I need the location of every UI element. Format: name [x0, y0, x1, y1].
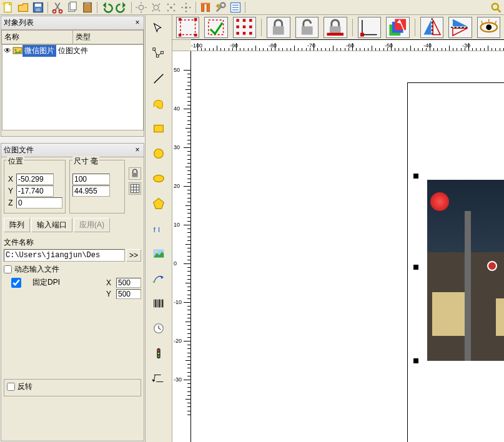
svg-point-14 — [139, 5, 144, 10]
svg-rect-100 — [302, 26, 313, 34]
curve-tool-icon[interactable] — [147, 92, 170, 115]
svg-point-45 — [14, 49, 16, 51]
node-tool-icon[interactable] — [147, 42, 170, 65]
svg-rect-105 — [360, 32, 364, 36]
port-button[interactable]: 输入端口 — [31, 218, 72, 232]
redo-icon[interactable] — [115, 1, 129, 14]
save-icon[interactable] — [31, 1, 45, 14]
svg-marker-113 — [453, 19, 468, 26]
eye-icon[interactable]: 👁 — [2, 46, 12, 55]
svg-rect-85 — [179, 18, 181, 21]
col-header-name[interactable]: 名称 — [2, 31, 73, 44]
eye-tool-icon[interactable] — [477, 17, 500, 38]
svg-rect-98 — [249, 32, 252, 34]
new-icon[interactable] — [1, 1, 15, 14]
svg-point-7 — [59, 9, 62, 12]
invert-checkbox[interactable] — [7, 383, 15, 391]
zoom-icon[interactable] — [489, 1, 503, 14]
mirror-v-icon[interactable] — [448, 17, 472, 38]
workspace[interactable] — [191, 51, 504, 442]
browse-button[interactable]: >> — [126, 249, 141, 262]
rect-tool-icon[interactable] — [147, 117, 170, 140]
copy-icon[interactable] — [66, 1, 79, 14]
signal-tool-icon[interactable] — [147, 342, 170, 365]
selection-handle[interactable] — [413, 265, 418, 270]
vector-tool-icon[interactable] — [147, 267, 170, 290]
array-button[interactable]: 阵列 — [4, 218, 30, 232]
ellipse-tool-icon[interactable] — [147, 167, 170, 190]
dynamic-input-label: 动态输入文件 — [14, 264, 59, 275]
svg-marker-12 — [103, 2, 106, 8]
selection1-icon[interactable] — [176, 17, 199, 38]
dpi-y-field[interactable] — [116, 289, 141, 299]
svg-rect-36 — [201, 2, 210, 4]
select-tool-icon[interactable] — [147, 17, 170, 40]
skew-tool-icon[interactable] — [147, 367, 170, 390]
svg-line-55 — [154, 74, 164, 84]
svg-point-2 — [2, 2, 6, 5]
svg-rect-47 — [131, 184, 139, 193]
bitmap-panel: 位图文件 × 位置 X Y Z 尺寸 毫 — [1, 143, 144, 441]
svg-marker-111 — [433, 20, 440, 35]
lock-open-icon[interactable] — [295, 17, 319, 38]
grid-icon[interactable] — [129, 182, 141, 195]
mirror-h-icon[interactable] — [420, 17, 443, 38]
list-icon[interactable] — [229, 1, 242, 14]
svg-line-43 — [498, 9, 501, 12]
paste-icon[interactable] — [81, 1, 94, 14]
dpi-x-field[interactable] — [116, 278, 141, 288]
cut-icon[interactable] — [51, 1, 64, 14]
svg-rect-46 — [132, 173, 138, 177]
clock-tool-icon[interactable] — [147, 317, 170, 340]
table-row[interactable]: 👁 微信图片 位图文件 — [2, 45, 143, 56]
close-icon[interactable]: × — [134, 147, 141, 154]
svg-point-37 — [220, 2, 225, 7]
circle-tool-icon[interactable] — [147, 142, 170, 165]
apply-button[interactable]: 应用(A) — [74, 218, 110, 232]
dynamic-input-checkbox[interactable] — [4, 265, 12, 273]
fixed-dpi-checkbox[interactable] — [4, 278, 29, 288]
svg-rect-108 — [395, 19, 406, 30]
tools-icon[interactable] — [214, 1, 227, 14]
selection2-icon[interactable] — [204, 17, 227, 38]
size-w-field[interactable] — [72, 174, 110, 185]
line-tool-icon[interactable] — [147, 67, 170, 90]
pos-z-field[interactable] — [16, 197, 62, 209]
svg-point-79 — [158, 355, 160, 357]
svg-rect-11 — [85, 2, 90, 4]
origin-icon[interactable] — [358, 17, 381, 38]
lock-icon[interactable] — [129, 167, 141, 180]
pos-legend: 位置 — [7, 156, 24, 167]
close-icon[interactable]: × — [134, 19, 141, 27]
selection-handle[interactable] — [413, 358, 418, 363]
pillars-icon[interactable] — [199, 1, 212, 14]
dot2-icon[interactable] — [179, 1, 193, 14]
grid-sel-icon[interactable] — [233, 17, 256, 38]
file-path-field[interactable] — [4, 249, 125, 262]
polygon-tool-icon[interactable] — [147, 192, 170, 215]
svg-rect-34 — [202, 4, 204, 11]
col-header-type[interactable]: 类型 — [72, 31, 144, 44]
bitmap-image[interactable] — [427, 180, 504, 361]
svg-point-57 — [154, 149, 164, 159]
pos-x-field[interactable] — [16, 174, 54, 185]
lock-layer-icon[interactable] — [324, 17, 347, 38]
undo-icon[interactable] — [100, 1, 114, 14]
brightness2-icon[interactable] — [149, 1, 163, 14]
brightness1-icon[interactable] — [134, 1, 148, 14]
dot1-icon[interactable] — [164, 1, 178, 14]
open-icon[interactable] — [16, 1, 30, 14]
invert-label: 反转 — [17, 381, 32, 392]
color-layers-icon[interactable] — [386, 17, 409, 38]
lock-closed-icon[interactable] — [267, 17, 290, 38]
size-h-field[interactable] — [72, 185, 110, 197]
image-tool-icon[interactable] — [147, 242, 170, 265]
pos-y-field[interactable] — [16, 185, 54, 197]
object-list-title: 对象列表 — [4, 17, 34, 28]
svg-rect-9 — [70, 2, 76, 10]
selection-handle[interactable] — [413, 174, 418, 179]
barcode-tool-icon[interactable] — [147, 292, 170, 315]
svg-rect-94 — [243, 26, 245, 28]
text-tool-icon[interactable]: fI — [147, 217, 170, 240]
svg-marker-82 — [152, 380, 156, 382]
